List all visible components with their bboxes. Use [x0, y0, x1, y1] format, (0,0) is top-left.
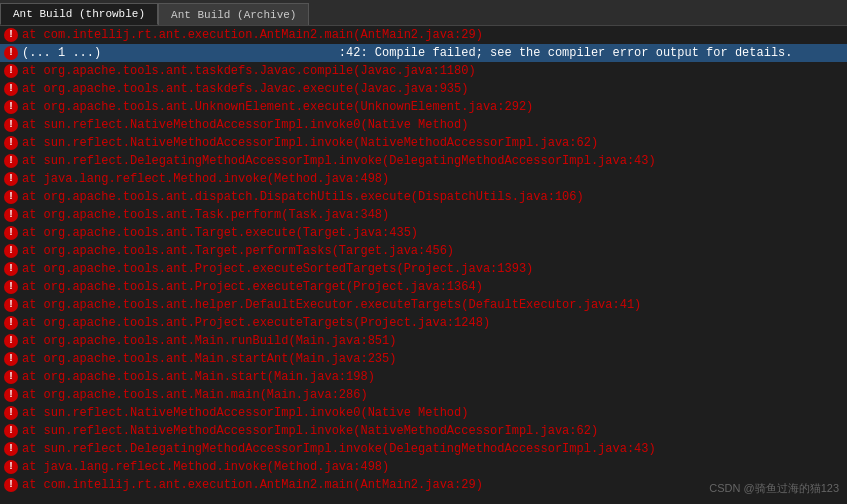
log-entry[interactable]: ! at org.apache.tools.ant.Project.execut…	[0, 278, 847, 296]
log-text: at org.apache.tools.ant.Main.main(Main.j…	[22, 387, 368, 403]
error-icon: !	[4, 136, 18, 150]
tab-ant-build-throwable[interactable]: Ant Build (throwble)	[0, 3, 158, 25]
log-entry[interactable]: ! at sun.reflect.DelegatingMethodAccesso…	[0, 440, 847, 458]
log-entry[interactable]: ! at org.apache.tools.ant.Main.main(Main…	[0, 386, 847, 404]
log-text: at com.intellij.rt.ant.execution.AntMain…	[22, 27, 483, 43]
error-icon: !	[4, 262, 18, 276]
error-icon: !	[4, 28, 18, 42]
log-text: at org.apache.tools.ant.Target.performTa…	[22, 243, 454, 259]
log-text: at org.apache.tools.ant.taskdefs.Javac.e…	[22, 81, 468, 97]
log-text: at sun.reflect.NativeMethodAccessorImpl.…	[22, 405, 468, 421]
log-text: at org.apache.tools.ant.Project.executeS…	[22, 261, 533, 277]
log-entry[interactable]: ! at org.apache.tools.ant.Project.execut…	[0, 260, 847, 278]
log-entry[interactable]: ! at org.apache.tools.ant.UnknownElement…	[0, 98, 847, 116]
log-entry[interactable]: ! at java.lang.reflect.Method.invoke(Met…	[0, 458, 847, 476]
log-text: at org.apache.tools.ant.Main.startAnt(Ma…	[22, 351, 396, 367]
log-entry[interactable]: ! at org.apache.tools.ant.helper.Default…	[0, 296, 847, 314]
tab-bar: Ant Build (throwble) Ant Build (Archive)	[0, 0, 847, 26]
error-icon: !	[4, 370, 18, 384]
error-icon: !	[4, 172, 18, 186]
log-text: at org.apache.tools.ant.UnknownElement.e…	[22, 99, 533, 115]
error-icon: !	[4, 442, 18, 456]
log-entry[interactable]: ! at org.apache.tools.ant.Main.start(Mai…	[0, 368, 847, 386]
log-entry[interactable]: ! at sun.reflect.NativeMethodAccessorImp…	[0, 116, 847, 134]
log-text: (... 1 ...) :42: Compile failed; see the…	[22, 45, 793, 61]
error-icon: !	[4, 352, 18, 366]
log-entry[interactable]: ! at java.lang.reflect.Method.invoke(Met…	[0, 170, 847, 188]
log-entry[interactable]: ! at org.apache.tools.ant.taskdefs.Javac…	[0, 62, 847, 80]
log-entry[interactable]: ! (... 1 ...) :42: Compile failed; see t…	[0, 44, 847, 62]
error-icon: !	[4, 334, 18, 348]
log-text: at sun.reflect.NativeMethodAccessorImpl.…	[22, 423, 598, 439]
log-text: at org.apache.tools.ant.helper.DefaultEx…	[22, 297, 641, 313]
error-icon: !	[4, 478, 18, 492]
log-text: at org.apache.tools.ant.Main.start(Main.…	[22, 369, 375, 385]
log-entry[interactable]: ! at sun.reflect.DelegatingMethodAccesso…	[0, 152, 847, 170]
log-text: at com.intellij.rt.ant.execution.AntMain…	[22, 477, 483, 493]
error-icon: !	[4, 118, 18, 132]
log-text: at sun.reflect.NativeMethodAccessorImpl.…	[22, 117, 468, 133]
error-icon: !	[4, 82, 18, 96]
error-icon: !	[4, 316, 18, 330]
log-entry[interactable]: ! at sun.reflect.NativeMethodAccessorImp…	[0, 404, 847, 422]
log-entry[interactable]: ! at sun.reflect.NativeMethodAccessorImp…	[0, 134, 847, 152]
tab-ant-build-archive[interactable]: Ant Build (Archive)	[158, 3, 309, 25]
error-icon: !	[4, 190, 18, 204]
error-icon: !	[4, 298, 18, 312]
error-icon: !	[4, 424, 18, 438]
log-text: at sun.reflect.NativeMethodAccessorImpl.…	[22, 135, 598, 151]
log-text: at org.apache.tools.ant.Main.runBuild(Ma…	[22, 333, 396, 349]
error-icon: !	[4, 406, 18, 420]
log-entry[interactable]: ! at org.apache.tools.ant.taskdefs.Javac…	[0, 80, 847, 98]
log-entry[interactable]: ! at org.apache.tools.ant.Task.perform(T…	[0, 206, 847, 224]
console-output[interactable]: ! at com.intellij.rt.ant.execution.AntMa…	[0, 26, 847, 504]
log-entry[interactable]: ! at org.apache.tools.ant.Target.perform…	[0, 242, 847, 260]
log-text: at sun.reflect.DelegatingMethodAccessorI…	[22, 153, 656, 169]
error-icon: !	[4, 280, 18, 294]
log-entry[interactable]: ! at org.apache.tools.ant.Project.execut…	[0, 314, 847, 332]
error-icon: !	[4, 388, 18, 402]
log-text: at java.lang.reflect.Method.invoke(Metho…	[22, 459, 389, 475]
error-icon: !	[4, 46, 18, 60]
log-text: at org.apache.tools.ant.Project.executeT…	[22, 315, 490, 331]
log-text: at org.apache.tools.ant.Project.executeT…	[22, 279, 483, 295]
log-entry[interactable]: ! at org.apache.tools.ant.Main.runBuild(…	[0, 332, 847, 350]
error-icon: !	[4, 208, 18, 222]
error-icon: !	[4, 244, 18, 258]
log-entry[interactable]: ! at org.apache.tools.ant.Main.startAnt(…	[0, 350, 847, 368]
error-icon: !	[4, 154, 18, 168]
log-entry[interactable]: ! at org.apache.tools.ant.Target.execute…	[0, 224, 847, 242]
log-entry[interactable]: ! at org.apache.tools.ant.dispatch.Dispa…	[0, 188, 847, 206]
log-text: at java.lang.reflect.Method.invoke(Metho…	[22, 171, 389, 187]
log-text: at org.apache.tools.ant.taskdefs.Javac.c…	[22, 63, 476, 79]
error-icon: !	[4, 226, 18, 240]
tab-label: Ant Build (Archive)	[171, 9, 296, 21]
log-text: at org.apache.tools.ant.Target.execute(T…	[22, 225, 418, 241]
log-text: at sun.reflect.DelegatingMethodAccessorI…	[22, 441, 656, 457]
log-text: at org.apache.tools.ant.Task.perform(Tas…	[22, 207, 389, 223]
log-entry[interactable]: ! at sun.reflect.NativeMethodAccessorImp…	[0, 422, 847, 440]
watermark: CSDN @骑鱼过海的猫123	[709, 481, 839, 496]
tab-label: Ant Build (throwble)	[13, 8, 145, 20]
log-text: at org.apache.tools.ant.dispatch.Dispatc…	[22, 189, 584, 205]
error-icon: !	[4, 100, 18, 114]
error-icon: !	[4, 64, 18, 78]
log-entry[interactable]: ! at com.intellij.rt.ant.execution.AntMa…	[0, 26, 847, 44]
error-icon: !	[4, 460, 18, 474]
